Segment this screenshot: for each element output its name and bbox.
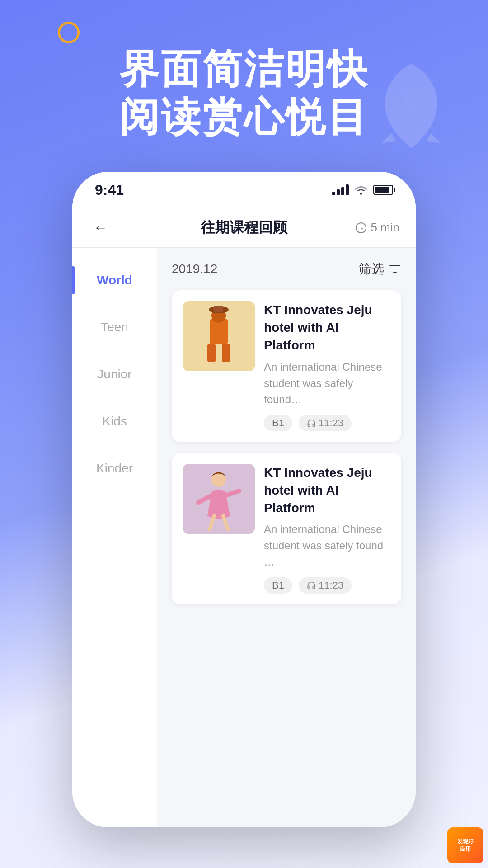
card-info-1: KT Innovates Jeju hotel with AI Platform… xyxy=(264,301,390,431)
main-content: World Teen Junior Kids Kinder 2019.12 筛选 xyxy=(72,248,416,827)
header-line1: 界面简洁明快 xyxy=(0,45,488,93)
card-info-2: KT Innovates Jeju hotel with AI Platform… xyxy=(264,464,390,594)
article-card-2[interactable]: KT Innovates Jeju hotel with AI Platform… xyxy=(172,453,401,605)
watermark-badge: 发现好应用 xyxy=(447,827,483,863)
decoration-circle xyxy=(58,22,80,43)
watermark-text: 发现好应用 xyxy=(457,838,474,853)
svg-rect-3 xyxy=(210,319,228,344)
article-card-1[interactable]: KT Innovates Jeju hotel with AI Platform… xyxy=(172,290,401,442)
status-time: 9:41 xyxy=(95,182,124,198)
sidebar-item-teen[interactable]: Teen xyxy=(72,304,157,351)
duration-text-2: 11:23 xyxy=(319,580,343,591)
svg-rect-6 xyxy=(222,344,230,362)
sidebar-item-kids[interactable]: Kids xyxy=(72,398,157,445)
svg-rect-5 xyxy=(207,344,216,362)
time-badge-text: 5 min xyxy=(371,221,399,235)
card-thumbnail-1 xyxy=(183,301,255,371)
card-desc-2: An international Chinese student was saf… xyxy=(264,521,390,570)
card-desc-1: An international Chinese student was saf… xyxy=(264,359,390,408)
svg-rect-8 xyxy=(214,306,223,312)
clock-icon xyxy=(355,222,367,234)
duration-text-1: 11:23 xyxy=(319,417,343,429)
wifi-icon xyxy=(354,185,368,195)
content-area: 2019.12 筛选 xyxy=(157,248,416,827)
back-button[interactable]: ← xyxy=(89,215,112,241)
phone-mockup: 9:41 ← 往期课程回顾 xyxy=(72,172,416,827)
time-badge: 5 min xyxy=(355,221,399,235)
card-title-1: KT Innovates Jeju hotel with AI Platform xyxy=(264,301,390,354)
tag-level-1: B1 xyxy=(264,415,292,431)
date-label: 2019.12 xyxy=(172,262,217,276)
tag-duration-1: 11:23 xyxy=(299,415,352,431)
card-thumbnail-2 xyxy=(183,464,255,534)
signal-icon xyxy=(332,184,349,195)
header-line2: 阅读赏心悦目 xyxy=(0,93,488,141)
sidebar-item-world[interactable]: World xyxy=(72,257,157,304)
card-tags-1: B1 11:23 xyxy=(264,415,390,431)
nav-title: 往期课程回顾 xyxy=(201,218,287,238)
date-filter-row: 2019.12 筛选 xyxy=(172,260,401,278)
filter-button[interactable]: 筛选 xyxy=(359,260,401,278)
sidebar-item-kinder[interactable]: Kinder xyxy=(72,445,157,492)
battery-icon xyxy=(373,185,393,195)
tag-level-2: B1 xyxy=(264,577,292,594)
headphones-icon-2 xyxy=(307,581,316,590)
nav-bar: ← 往期课程回顾 5 min xyxy=(72,208,416,248)
card-title-2: KT Innovates Jeju hotel with AI Platform xyxy=(264,464,390,517)
sidebar-item-junior[interactable]: Junior xyxy=(72,351,157,398)
sidebar: World Teen Junior Kids Kinder xyxy=(72,248,157,827)
headphones-icon xyxy=(307,419,316,428)
status-icons xyxy=(332,184,393,195)
filter-icon xyxy=(389,263,401,275)
card-tags-2: B1 11:23 xyxy=(264,577,390,594)
tag-duration-2: 11:23 xyxy=(299,577,352,594)
filter-label: 筛选 xyxy=(359,260,384,278)
header-area: 界面简洁明快 阅读赏心悦目 xyxy=(0,45,488,141)
status-bar: 9:41 xyxy=(72,172,416,208)
